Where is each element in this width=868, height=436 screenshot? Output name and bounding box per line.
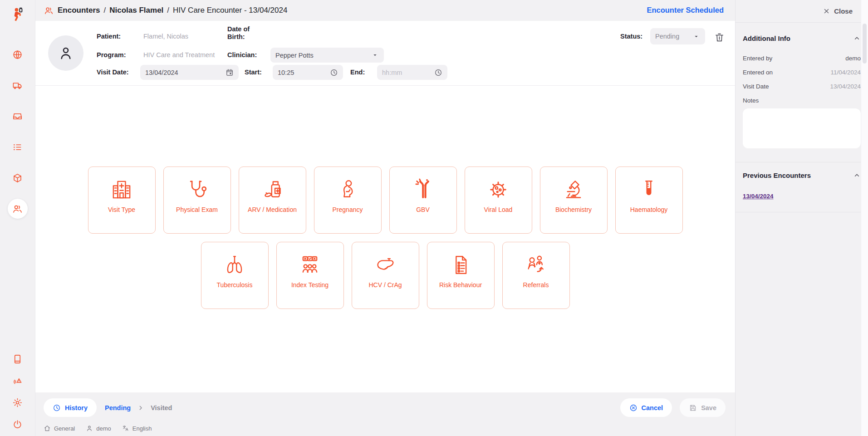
card-label: Pregnancy <box>333 206 363 213</box>
encounter-content: Patient: Flamel, Nicolas Program: HIV Ca… <box>35 21 735 392</box>
end-time-placeholder: hh:mm <box>382 69 434 76</box>
main-area: Encounters / Nicolas Flamel / HIV Care E… <box>35 0 735 436</box>
panel-divider <box>736 212 868 212</box>
breadcrumb-patient[interactable]: Nicolas Flamel <box>109 6 163 15</box>
card-visit-type[interactable]: Visit Type <box>88 167 156 234</box>
step-pending[interactable]: Pending <box>105 404 131 412</box>
card-pregnancy[interactable]: Pregnancy <box>314 167 382 234</box>
previous-encounter-link[interactable]: 13/04/2024 <box>743 193 774 200</box>
person-icon <box>58 45 74 61</box>
previous-encounters-header: Previous Encounters <box>743 171 861 179</box>
card-label: Risk Behaviour <box>439 281 482 289</box>
runner-logo-icon[interactable] <box>8 5 27 26</box>
info-row: Entered bydemo <box>743 55 861 62</box>
card-viral-load[interactable]: Viral Load <box>465 167 532 234</box>
step-visited[interactable]: Visited <box>151 404 172 412</box>
start-time-input[interactable]: 10:25 <box>273 65 343 80</box>
encounter-scheduled-link[interactable]: Encounter Scheduled <box>647 6 724 15</box>
delete-encounter-button[interactable] <box>714 32 726 44</box>
liver-icon <box>372 252 398 278</box>
card-haematology[interactable]: Haematology <box>615 167 683 234</box>
sidebar-item-truck[interactable] <box>8 75 28 95</box>
card-biochemistry[interactable]: Biochemistry <box>540 167 608 234</box>
notes-label: Notes <box>743 97 861 104</box>
workflow-actions: History PendingVisited <box>44 398 172 417</box>
scrollbar-thumb[interactable] <box>863 24 867 64</box>
visit-date-value: 13/04/2024 <box>145 69 226 76</box>
chevron-up-icon[interactable] <box>853 34 861 42</box>
save-button[interactable]: Save <box>680 398 726 417</box>
card-hcv-crag[interactable]: HCV / CrAg <box>352 242 419 309</box>
history-label: History <box>65 404 88 412</box>
sidebar-item-package[interactable] <box>8 168 28 188</box>
card-label: Haematology <box>630 206 668 213</box>
hospital-icon <box>108 176 135 203</box>
sidebar-item-inbox[interactable] <box>8 106 28 126</box>
side-panel-body: Additional Info Entered bydemoEntered on… <box>736 34 868 212</box>
card-tuberculosis[interactable]: Tuberculosis <box>201 242 269 309</box>
card-index-testing[interactable]: Index Testing <box>276 242 344 309</box>
sidebar-item-siren[interactable] <box>8 371 28 391</box>
clock-icon[interactable] <box>330 69 338 77</box>
user-item[interactable]: demo <box>86 425 111 432</box>
info-row-value: demo <box>845 55 861 62</box>
end-label: End: <box>350 69 365 76</box>
close-panel-button[interactable]: Close <box>736 0 868 23</box>
language-item[interactable]: English <box>122 425 152 432</box>
card-risk-behaviour[interactable]: Risk Behaviour <box>427 242 495 309</box>
medication-icon <box>259 176 285 203</box>
close-label: Close <box>834 7 853 15</box>
info-row-value: 11/04/2024 <box>830 69 861 76</box>
breadcrumb: Encounters / Nicolas Flamel / HIV Care E… <box>35 0 735 21</box>
sidebar-item-users[interactable] <box>8 199 28 219</box>
context-item[interactable]: General <box>44 425 75 432</box>
clock-icon[interactable] <box>434 69 442 77</box>
pregnancy-icon <box>334 176 361 203</box>
calendar-icon[interactable] <box>226 69 234 77</box>
card-label: HCV / CrAg <box>368 281 402 289</box>
card-referrals[interactable]: Referrals <box>502 242 570 309</box>
status-footer: General demo English <box>44 425 152 432</box>
action-bar: History PendingVisited Cancel Save Gener… <box>35 392 735 436</box>
card-physical-exam[interactable]: Physical Exam <box>163 167 231 234</box>
sidebar <box>0 0 35 436</box>
info-row-value: 13/04/2024 <box>830 83 861 90</box>
card-label: Referrals <box>523 281 549 289</box>
sidebar-nav-bottom <box>8 349 28 434</box>
gbv-alert-icon <box>410 176 436 203</box>
cards-row1: Visit TypePhysical ExamARV / MedicationP… <box>35 167 735 234</box>
card-label: Physical Exam <box>176 206 218 213</box>
additional-info-title: Additional Info <box>743 34 790 42</box>
sidebar-item-tablet[interactable] <box>8 349 28 369</box>
sidebar-item-gear[interactable] <box>8 392 28 412</box>
breadcrumb-section[interactable]: Encounters <box>58 6 100 15</box>
patient-avatar <box>48 35 83 71</box>
chevron-up-icon[interactable] <box>853 171 861 179</box>
virus-icon <box>485 176 511 203</box>
end-time-input[interactable]: hh:mm <box>377 65 447 80</box>
test-tube-icon <box>636 176 662 203</box>
lungs-icon <box>221 252 248 278</box>
card-gbv[interactable]: GBV <box>389 167 457 234</box>
start-label: Start: <box>245 69 262 76</box>
clinician-select[interactable]: Pepper Potts <box>270 48 384 63</box>
program-value: HIV Care and Treatment <box>143 51 215 59</box>
previous-encounters-title: Previous Encounters <box>743 171 811 179</box>
history-button[interactable]: History <box>44 398 97 417</box>
visit-date-input[interactable]: 13/04/2024 <box>140 65 239 80</box>
notes-textarea[interactable] <box>743 108 861 148</box>
card-arv-medication[interactable]: ARV / Medication <box>239 167 306 234</box>
cancel-button[interactable]: Cancel <box>620 398 672 417</box>
sidebar-item-list[interactable] <box>8 137 28 157</box>
group-chat-icon <box>297 252 323 278</box>
caret-down-icon <box>692 33 700 40</box>
card-label: Visit Type <box>108 206 135 213</box>
sidebar-item-globe[interactable] <box>8 44 28 64</box>
sidebar-item-power[interactable] <box>8 414 28 434</box>
card-label: Viral Load <box>484 206 513 213</box>
status-select[interactable]: Pending <box>650 28 705 44</box>
circle-x-icon <box>629 404 638 412</box>
panel-scrollbar[interactable] <box>861 0 868 436</box>
info-row-label: Entered by <box>743 55 772 62</box>
clinician-value: Pepper Potts <box>275 52 371 59</box>
